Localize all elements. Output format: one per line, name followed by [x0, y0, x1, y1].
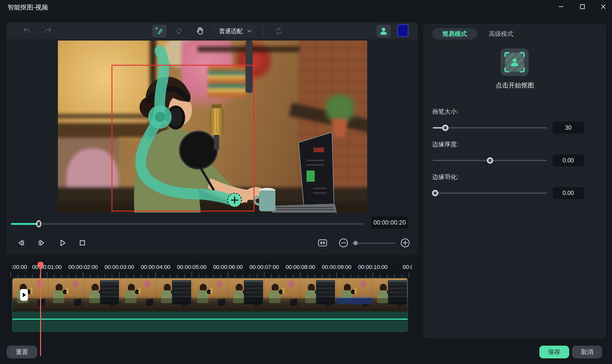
- toolbar-separator: [263, 26, 263, 36]
- adapt-mode-value: 普通适配: [219, 27, 247, 35]
- timeline-panel: :00:0000:00:01:0000:00:02:0000:00:03:000…: [8, 261, 412, 332]
- start-matting-button[interactable]: [501, 48, 529, 76]
- slider-value[interactable]: 0.00: [553, 154, 584, 166]
- ruler-label: 00:00:: [403, 264, 412, 270]
- playhead[interactable]: [37, 261, 44, 356]
- video-preview-canvas[interactable]: [58, 41, 367, 213]
- add-region-pen-icon[interactable]: [152, 25, 167, 37]
- slider-0[interactable]: [433, 124, 547, 131]
- slider-handle[interactable]: [442, 125, 449, 131]
- audio-waveform-line: [12, 319, 408, 320]
- plus-circle-icon[interactable]: [400, 238, 411, 249]
- minus-circle-icon[interactable]: [338, 238, 349, 249]
- reset-button[interactable]: 重置: [7, 346, 37, 358]
- loop-refresh-icon[interactable]: [272, 25, 286, 37]
- window-title: 智能抠图-视频: [8, 3, 48, 11]
- save-button[interactable]: 保存: [539, 346, 569, 358]
- ruler-label: 00:00:04:00: [141, 264, 170, 270]
- ruler-minor-ticks: [8, 274, 412, 278]
- portrait-icon: [509, 57, 520, 68]
- titlebar: 智能抠图-视频: [0, 0, 612, 13]
- ruler-label: 00:00:06:00: [213, 264, 243, 270]
- ruler-label: 00:00:02:00: [68, 264, 98, 270]
- matte-color-swatch[interactable]: [397, 24, 409, 37]
- tab-simple-mode[interactable]: 简易模式: [432, 28, 477, 40]
- fit-width-icon[interactable]: [317, 238, 328, 249]
- playhead-line: [40, 268, 41, 356]
- redo-arrow-icon[interactable]: [41, 25, 55, 37]
- slider-value[interactable]: 0.00: [553, 187, 584, 199]
- ruler-label: 00:00:01:00: [32, 264, 62, 270]
- eraser-icon[interactable]: [172, 25, 186, 37]
- portrait-frame-icon: [505, 53, 524, 72]
- progress-handle[interactable]: [36, 220, 41, 227]
- play-icon[interactable]: [57, 238, 68, 249]
- ruler-label: 00:00:05:00: [177, 264, 207, 270]
- editor-panel: 普通适配: [6, 22, 418, 255]
- undo-arrow-icon[interactable]: [20, 25, 34, 37]
- start-matting-label: 点击开始抠图: [423, 81, 606, 89]
- prev-frame-icon[interactable]: [16, 238, 27, 249]
- portrait-matte-icon[interactable]: [376, 25, 391, 37]
- next-frame-icon[interactable]: [36, 238, 47, 249]
- stop-icon[interactable]: [77, 238, 88, 249]
- timecode-display: 00:00:00:20: [371, 216, 408, 229]
- transport-bar: [6, 235, 418, 251]
- ruler-label: 00:00:03:00: [105, 264, 134, 270]
- preview-progress-row: 00:00:00:20: [6, 217, 418, 230]
- ruler-label: 00:00:07:00: [249, 264, 279, 270]
- timeline-zoom-slider[interactable]: [352, 243, 395, 244]
- ruler-label: 00:00:08:00: [286, 264, 315, 270]
- hand-pan-icon[interactable]: [193, 25, 207, 37]
- video-clip[interactable]: [12, 278, 408, 332]
- settings-panel: 简易模式 高级模式 点击开始抠图 画笔大小:30边缘厚度:0.00边缘羽化:0.…: [423, 23, 606, 338]
- maximize-icon[interactable]: [578, 2, 587, 11]
- ruler-label: 00:00:10:00: [358, 264, 388, 270]
- slider-value[interactable]: 30: [553, 122, 584, 134]
- brush-cursor: [228, 193, 241, 207]
- timeline-zoom-handle[interactable]: [353, 241, 358, 245]
- close-icon[interactable]: [599, 2, 608, 11]
- smart-matting-window: 智能抠图-视频: [0, 0, 612, 364]
- slider-handle[interactable]: [432, 190, 438, 196]
- ruler-label: 00:00:09:00: [322, 264, 351, 270]
- footer-bar: 重置 保存 取消: [0, 339, 612, 364]
- slider-handle[interactable]: [487, 157, 493, 164]
- slider-2[interactable]: [433, 189, 547, 197]
- slider-1[interactable]: [433, 157, 547, 164]
- adapt-mode-dropdown[interactable]: 普通适配: [213, 25, 256, 37]
- matting-overlay: [58, 41, 367, 213]
- thumbnail-shade: [12, 298, 408, 311]
- tab-advanced-mode[interactable]: 高级模式: [484, 28, 518, 40]
- progress-fill: [11, 223, 39, 225]
- preview-progress-bar[interactable]: [11, 223, 363, 225]
- clip-audio-track[interactable]: [12, 311, 408, 332]
- slider-label: 边缘羽化:: [432, 173, 458, 181]
- ruler-label: :00:00: [11, 264, 27, 270]
- slider-label: 画笔大小:: [432, 108, 458, 116]
- cancel-button[interactable]: 取消: [572, 346, 602, 358]
- clip-play-badge-icon[interactable]: [20, 289, 28, 301]
- toolbar: 普通适配: [6, 22, 418, 39]
- minimize-icon[interactable]: [556, 2, 566, 11]
- slider-label: 边缘厚度:: [432, 140, 458, 148]
- chevron-down-icon: [247, 28, 252, 34]
